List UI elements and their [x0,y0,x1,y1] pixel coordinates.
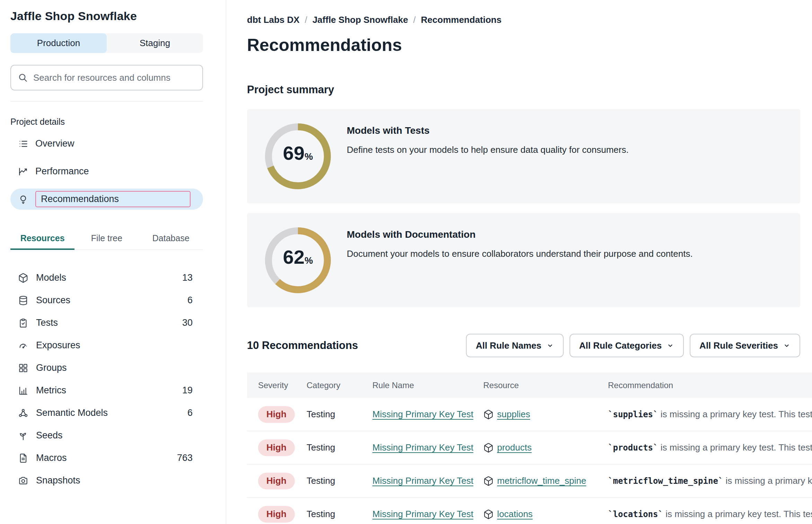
nav-item-label: Performance [35,166,89,177]
resource-label: Macros [36,453,67,463]
environment-toggle: Production Staging [10,33,203,53]
resource-cell: metricflow_time_spine [483,475,608,486]
resource-cell: products [483,442,608,453]
resource-label: Exposures [36,340,80,351]
tab-database[interactable]: Database [139,230,203,250]
resource-cell: supplies [483,409,608,420]
chevron-down-icon [783,342,791,349]
project-title: Jaffle Shop Snowflake [10,9,203,23]
resource-item-tests[interactable]: Tests 30 [10,312,203,334]
recommendation-cell: `products` is missing a primary key test… [608,442,812,453]
breadcrumb: dbt Labs DX / Jaffle Shop Snowflake / Re… [247,15,800,25]
resource-label: Sources [36,295,70,306]
recommendations-table: Severity Category Rule Name Resource Rec… [247,373,812,524]
rule-name-link[interactable]: Missing Primary Key Test [372,442,473,453]
cube-icon [483,409,494,420]
card-title: Models with Tests [347,125,629,136]
resource-count: 763 [177,453,203,463]
clipboard-check-icon [18,318,28,328]
severity-cell: High [258,439,307,456]
rule-name-link[interactable]: Missing Primary Key Test [372,475,473,486]
resource-list: Models 13 Sources 6 Tests 30 Exposures [10,267,203,492]
severity-cell: High [258,473,307,489]
category-cell: Testing [307,409,372,420]
resource-label: Snapshots [36,475,80,486]
severity-badge: High [258,406,295,423]
filter-rule-severities[interactable]: All Rule Severities [690,334,800,357]
project-summary-heading: Project summary [247,84,800,96]
env-tab-staging[interactable]: Staging [107,33,203,53]
rule-name-link[interactable]: Missing Primary Key Test [372,409,473,419]
resource-item-seeds[interactable]: Seeds [10,424,203,447]
nav-item-overview[interactable]: Overview [10,133,203,154]
recommendation-text: is missing a primary key test. This test… [658,409,812,419]
rule-name-cell: Missing Primary Key Test [372,442,483,453]
main-content: dbt Labs DX / Jaffle Shop Snowflake / Re… [226,0,812,524]
chevron-down-icon [667,342,674,349]
nav-item-recommendations[interactable]: Recommendations [10,189,203,210]
severity-cell: High [258,506,307,523]
nav-item-performance[interactable]: Performance [10,161,203,182]
resource-link[interactable]: locations [497,509,533,519]
sidebar: Jaffle Shop Snowflake Production Staging… [0,0,226,524]
donut-chart-documentation: 62% [265,227,331,293]
search-box[interactable] [10,65,203,90]
category-cell: Testing [307,475,372,486]
breadcrumb-separator: / [413,15,416,25]
table-header-row: Severity Category Rule Name Resource Rec… [247,373,812,398]
filter-rule-names[interactable]: All Rule Names [466,334,563,357]
recommendation-code: `products` [608,443,658,453]
card-description: Define tests on your models to help ensu… [347,145,629,155]
search-input[interactable] [33,72,195,83]
severity-cell: High [258,406,307,423]
recommendation-cell: `supplies` is missing a primary key test… [608,409,812,420]
tab-resources[interactable]: Resources [10,230,74,250]
recommendations-count-heading: 10 Recommendations [247,339,358,352]
resource-count: 6 [187,408,203,418]
resource-item-groups[interactable]: Groups [10,357,203,379]
list-icon [18,139,28,149]
resource-item-macros[interactable]: Macros 763 [10,447,203,469]
recommendation-text: is missing a primary key test. This test… [723,475,812,486]
resource-item-sources[interactable]: Sources 6 [10,289,203,312]
summary-cards: 69% Models with Tests Define tests on yo… [247,109,800,307]
resource-item-semantic-models[interactable]: Semantic Models 6 [10,402,203,424]
table-row: High Testing Missing Primary Key Test pr… [247,431,812,464]
database-icon [18,295,28,306]
resource-item-exposures[interactable]: Exposures [10,334,203,357]
resource-item-snapshots[interactable]: Snapshots [10,469,203,492]
breadcrumb-separator: / [305,15,307,25]
recommendation-text: is missing a primary key test. This test… [658,442,812,453]
rule-name-link[interactable]: Missing Primary Key Test [372,509,473,519]
project-details-label: Project details [10,117,203,127]
page-title: Recommendations [247,35,800,55]
resource-link[interactable]: metricflow_time_spine [497,475,586,486]
graph-nodes-icon [18,408,28,418]
resource-item-metrics[interactable]: Metrics 19 [10,379,203,402]
recommendation-text: is missing a primary key test. This test… [663,509,812,519]
summary-card-documentation: 62% Models with Documentation Document y… [247,213,800,307]
tab-file-tree[interactable]: File tree [74,230,139,250]
resource-link[interactable]: products [497,442,532,453]
severity-badge: High [258,473,295,489]
breadcrumb-item-account[interactable]: dbt Labs DX [247,15,300,25]
file-text-icon [18,453,28,463]
table-row: High Testing Missing Primary Key Test su… [247,398,812,431]
chart-line-icon [18,166,28,177]
recommendations-header: 10 Recommendations All Rule Names All Ru… [247,334,800,357]
project-nav: Overview Performance Recommendations [10,133,203,210]
resource-item-models[interactable]: Models 13 [10,267,203,289]
resource-count: 19 [182,385,203,396]
resource-label: Metrics [36,385,66,396]
resource-link[interactable]: supplies [497,409,530,420]
filter-rule-categories[interactable]: All Rule Categories [570,334,684,357]
resource-label: Groups [36,363,67,373]
sidebar-tabs: Resources File tree Database [10,230,203,250]
env-tab-production[interactable]: Production [10,33,107,53]
chevron-down-icon [546,342,554,349]
breadcrumb-item-project[interactable]: Jaffle Shop Snowflake [312,15,408,25]
rule-name-cell: Missing Primary Key Test [372,475,483,486]
recommendation-code: `metricflow_time_spine` [608,476,723,486]
cube-icon [483,509,494,519]
donut-value: 62% [265,227,331,293]
